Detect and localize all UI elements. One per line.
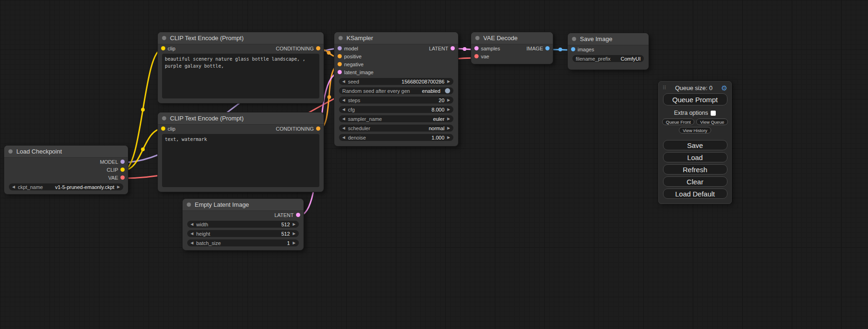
extra-options-checkbox[interactable] <box>711 111 716 116</box>
output-slot-model[interactable] <box>120 160 125 164</box>
widget-label: seed <box>348 79 359 84</box>
widget-random-seed-toggle[interactable]: Random seed after every gen enabled <box>339 87 453 94</box>
node-ksampler[interactable]: KSampler model LATENT positive negative … <box>334 32 459 147</box>
input-slot-clip[interactable] <box>161 46 165 50</box>
toggle-icon[interactable] <box>445 88 450 93</box>
decrement-arrow-icon[interactable]: ◀ <box>342 98 345 102</box>
input-slot-negative[interactable] <box>338 62 342 66</box>
node-clip-text-encode-positive[interactable]: CLIP Text Encode (Prompt) clip CONDITION… <box>157 32 324 104</box>
increment-arrow-icon[interactable]: ▶ <box>117 185 120 189</box>
node-title-bar[interactable]: KSampler <box>334 32 458 44</box>
prompt-textarea[interactable]: beautiful scenery nature glass bottle la… <box>162 54 319 98</box>
increment-arrow-icon[interactable]: ▶ <box>447 80 450 84</box>
node-status-dot <box>162 116 166 120</box>
input-slot-latent-image[interactable] <box>338 70 342 74</box>
decrement-arrow-icon[interactable]: ◀ <box>342 108 345 112</box>
increment-arrow-icon[interactable]: ▶ <box>447 136 450 140</box>
node-graph-canvas[interactable]: Load Checkpoint MODEL CLIP VAE ◀ ckpt_na… <box>0 0 868 329</box>
decrement-arrow-icon[interactable]: ◀ <box>191 223 193 226</box>
widget-cfg[interactable]: ◀ cfg 8.000 ▶ <box>339 106 453 113</box>
slot-row: positive <box>334 52 458 60</box>
widget-label: sampler_name <box>348 116 382 122</box>
node-vae-decode[interactable]: VAE Decode samples IMAGE vae <box>471 32 553 64</box>
link-dot <box>327 95 331 99</box>
clear-button[interactable]: Clear <box>663 176 727 187</box>
widget-label: scheduler <box>348 126 370 131</box>
load-button[interactable]: Load <box>663 152 727 162</box>
widget-filename-prefix[interactable]: filename_prefix ComfyUI <box>572 55 644 62</box>
link-dot <box>327 51 331 55</box>
output-slot-image[interactable] <box>545 46 550 50</box>
decrement-arrow-icon[interactable]: ◀ <box>342 80 345 84</box>
output-slot-latent[interactable] <box>296 213 300 217</box>
input-slot-clip[interactable] <box>161 126 165 131</box>
increment-arrow-icon[interactable]: ▶ <box>293 241 296 245</box>
input-slot-images[interactable] <box>571 47 575 51</box>
input-slot-model[interactable] <box>338 46 342 50</box>
widget-ckpt-name[interactable]: ◀ ckpt_name v1-5-pruned-emaonly.ckpt ▶ <box>9 183 123 190</box>
link-dot <box>558 48 562 51</box>
widget-steps[interactable]: ◀ steps 20 ▶ <box>339 97 453 104</box>
increment-arrow-icon[interactable]: ▶ <box>447 126 450 130</box>
output-label: CLIP <box>107 167 118 173</box>
decrement-arrow-icon[interactable]: ◀ <box>342 126 345 130</box>
increment-arrow-icon[interactable]: ▶ <box>447 108 450 112</box>
increment-arrow-icon[interactable]: ▶ <box>447 98 450 102</box>
slot-row: negative <box>334 60 458 68</box>
node-clip-text-encode-negative[interactable]: CLIP Text Encode (Prompt) clip CONDITION… <box>157 112 324 192</box>
output-slot-conditioning[interactable] <box>316 126 320 131</box>
widget-label: width <box>196 222 208 227</box>
input-label: samples <box>481 46 500 51</box>
load-default-button[interactable]: Load Default <box>663 189 727 199</box>
input-slot-samples[interactable] <box>474 46 479 50</box>
node-title-bar[interactable]: CLIP Text Encode (Prompt) <box>158 112 324 125</box>
output-label: LATENT <box>429 46 448 51</box>
node-title-bar[interactable]: Load Checkpoint <box>4 146 128 158</box>
input-label: vae <box>481 54 489 59</box>
node-title-bar[interactable]: VAE Decode <box>471 32 553 44</box>
increment-arrow-icon[interactable]: ▶ <box>293 232 296 236</box>
node-title-bar[interactable]: Save Image <box>568 33 649 45</box>
output-slot-clip[interactable] <box>120 168 125 172</box>
widget-height[interactable]: ◀ height 512 ▶ <box>187 230 299 237</box>
input-slot-vae[interactable] <box>474 54 479 58</box>
increment-arrow-icon[interactable]: ▶ <box>447 117 450 121</box>
widget-width[interactable]: ◀ width 512 ▶ <box>187 221 299 228</box>
queue-prompt-button[interactable]: Queue Prompt <box>663 93 727 105</box>
settings-gear-icon[interactable]: ⚙ <box>721 84 727 91</box>
decrement-arrow-icon[interactable]: ◀ <box>342 117 345 121</box>
node-empty-latent-image[interactable]: Empty Latent Image LATENT ◀ width 512 ▶ … <box>182 198 304 251</box>
input-slot-positive[interactable] <box>338 54 342 58</box>
view-queue-button[interactable]: View Queue <box>696 119 728 125</box>
decrement-arrow-icon[interactable]: ◀ <box>12 185 15 189</box>
node-title-bar[interactable]: CLIP Text Encode (Prompt) <box>158 32 324 44</box>
decrement-arrow-icon[interactable]: ◀ <box>191 232 193 236</box>
output-slot-vae[interactable] <box>120 175 125 180</box>
prompt-textarea[interactable]: text, watermark <box>162 134 319 187</box>
widget-sampler-name[interactable]: ◀ sampler_name euler ▶ <box>339 115 453 122</box>
output-slot-conditioning[interactable] <box>316 46 320 50</box>
refresh-button[interactable]: Refresh <box>663 164 727 175</box>
widget-scheduler[interactable]: ◀ scheduler normal ▶ <box>339 125 453 132</box>
view-history-button[interactable]: View History <box>679 127 711 133</box>
queue-size-label: Queue size: 0 <box>668 84 720 91</box>
widget-seed[interactable]: ◀ seed 156680208700286 ▶ <box>339 78 453 85</box>
drag-handle-icon[interactable]: ⠿ <box>663 85 666 91</box>
increment-arrow-icon[interactable]: ▶ <box>293 223 296 226</box>
save-button[interactable]: Save <box>663 140 727 150</box>
input-label: clip <box>168 126 176 132</box>
widget-value: enabled <box>422 88 440 94</box>
node-title-bar[interactable]: Empty Latent Image <box>183 199 303 211</box>
control-menu[interactable]: ⠿ Queue size: 0 ⚙ Queue Prompt Extra opt… <box>658 81 732 204</box>
widget-label: Random seed after every gen <box>342 88 410 94</box>
widget-denoise[interactable]: ◀ denoise 1.000 ▶ <box>339 134 453 141</box>
queue-front-button[interactable]: Queue Front <box>662 119 694 125</box>
decrement-arrow-icon[interactable]: ◀ <box>191 241 193 245</box>
output-slot-latent[interactable] <box>451 46 455 50</box>
extra-options-row: Extra options <box>674 109 716 117</box>
widget-batch-size[interactable]: ◀ batch_size 1 ▶ <box>187 239 299 246</box>
decrement-arrow-icon[interactable]: ◀ <box>342 136 345 140</box>
output-label: CONDITIONING <box>276 126 314 132</box>
node-save-image[interactable]: Save Image images filename_prefix ComfyU… <box>567 33 649 70</box>
node-load-checkpoint[interactable]: Load Checkpoint MODEL CLIP VAE ◀ ckpt_na… <box>4 145 128 195</box>
